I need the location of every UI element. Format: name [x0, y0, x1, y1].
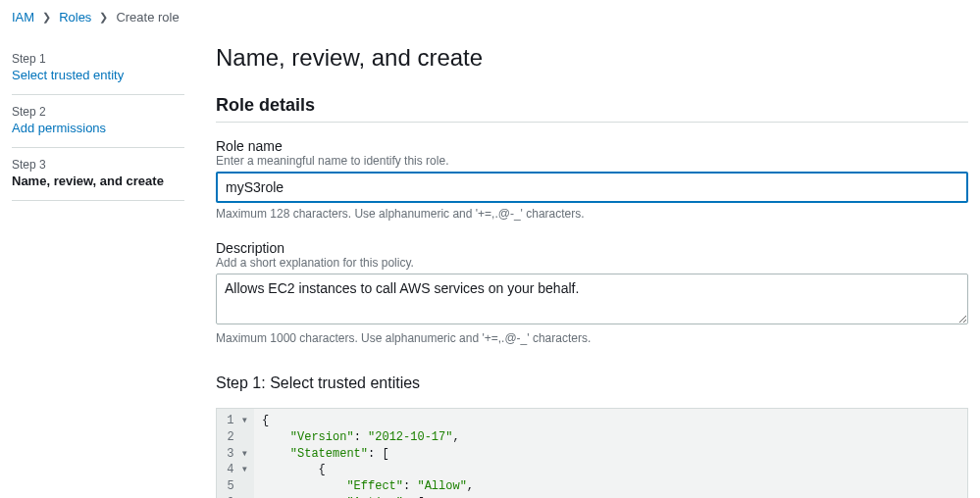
wizard-steps: Step 1 Select trusted entity Step 2 Add …	[0, 34, 196, 498]
breadcrumb-current: Create role	[116, 10, 179, 25]
role-name-field: Role name Enter a meaningful name to ide…	[216, 138, 968, 221]
description-input[interactable]: Allows EC2 instances to call AWS service…	[216, 274, 968, 324]
wizard-step-2[interactable]: Step 2 Add permissions	[12, 95, 184, 148]
trusted-entities-heading: Step 1: Select trusted entities	[216, 374, 968, 392]
role-name-help: Maximum 128 characters. Use alphanumeric…	[216, 207, 968, 221]
step-title: Name, review, and create	[12, 174, 184, 188]
code-gutter: 1 ▾ 2 3 ▾ 4 ▾ 5 6 ▾ 7 8	[217, 409, 254, 498]
step-title: Select trusted entity	[12, 68, 184, 82]
breadcrumb-iam[interactable]: IAM	[12, 10, 34, 25]
step-title: Add permissions	[12, 121, 184, 135]
description-field: Description Add a short explanation for …	[216, 240, 968, 345]
step-label: Step 3	[12, 158, 184, 172]
role-details-heading: Role details	[216, 95, 968, 123]
description-hint: Add a short explanation for this policy.	[216, 256, 968, 270]
page-title: Name, review, and create	[216, 44, 968, 72]
chevron-icon: ❯	[99, 11, 108, 24]
wizard-step-3: Step 3 Name, review, and create	[12, 148, 184, 201]
main-content: Name, review, and create Role details Ro…	[196, 34, 980, 498]
code-body[interactable]: { "Version": "2012-10-17", "Statement": …	[254, 409, 495, 498]
description-help: Maximum 1000 characters. Use alphanumeri…	[216, 331, 968, 345]
chevron-icon: ❯	[42, 11, 51, 24]
role-name-input[interactable]	[216, 172, 968, 203]
breadcrumb: IAM ❯ Roles ❯ Create role	[0, 0, 980, 34]
role-name-hint: Enter a meaningful name to identify this…	[216, 154, 968, 168]
breadcrumb-roles[interactable]: Roles	[59, 10, 91, 25]
trust-policy-editor: 1 ▾ 2 3 ▾ 4 ▾ 5 6 ▾ 7 8 { "Version": "20…	[216, 408, 968, 498]
wizard-step-1[interactable]: Step 1 Select trusted entity	[12, 42, 184, 95]
description-label: Description	[216, 240, 968, 256]
step-label: Step 2	[12, 105, 184, 119]
step-label: Step 1	[12, 52, 184, 66]
role-name-label: Role name	[216, 138, 968, 154]
